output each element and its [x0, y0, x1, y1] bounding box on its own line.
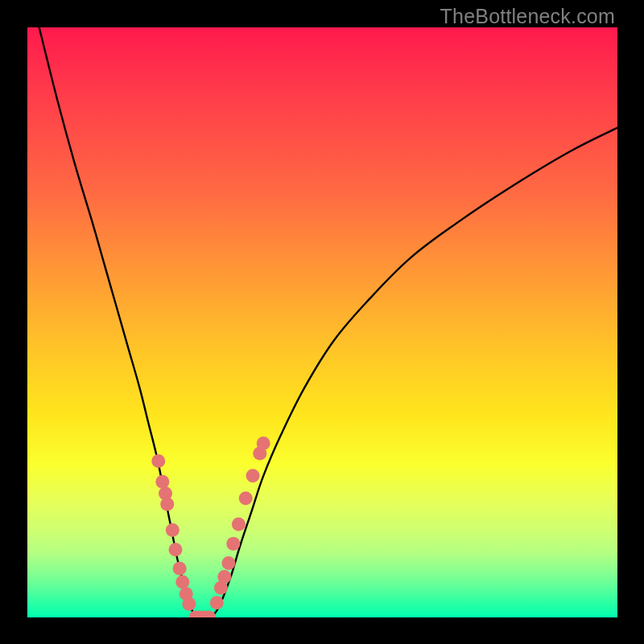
- scatter-dots: [151, 436, 270, 617]
- data-dot: [166, 523, 180, 537]
- curve-right: [210, 128, 617, 617]
- chart-container: TheBottleneck.com: [0, 0, 644, 644]
- chart-svg: [27, 27, 617, 617]
- data-dot: [246, 469, 260, 483]
- data-dot: [226, 537, 240, 551]
- data-dot: [175, 576, 189, 589]
- data-dot: [217, 570, 231, 584]
- data-dot: [182, 597, 196, 611]
- data-dot: [159, 487, 172, 501]
- data-dot: [221, 556, 235, 570]
- data-dot: [155, 475, 169, 489]
- data-dot: [210, 596, 224, 609]
- data-dot: [257, 436, 270, 450]
- plot-area: [27, 27, 617, 617]
- data-dot: [239, 491, 253, 505]
- data-dot: [168, 543, 182, 556]
- watermark-text: TheBottleneck.com: [440, 5, 615, 28]
- data-dot: [173, 562, 187, 576]
- data-dot: [232, 518, 246, 531]
- data-dot: [151, 454, 165, 468]
